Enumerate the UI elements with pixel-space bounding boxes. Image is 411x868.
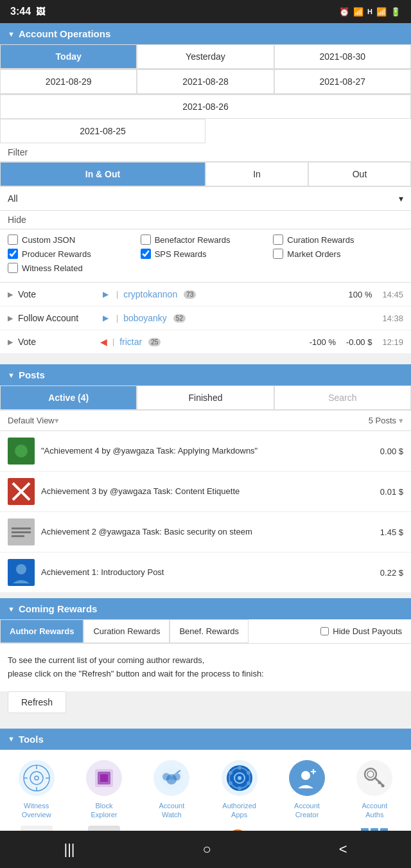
date-2021-08-26[interactable]: 2021-08-26 [0,94,411,119]
tool-account-watch[interactable]: Account Watch [141,760,203,820]
rewards-tabs: Author Rewards Curation Rewards Benef. R… [0,619,411,644]
checkbox-row-2: Producer Rewards SPS Rewards Market Orde… [8,249,403,259]
post-row-4[interactable]: Achievement 1: Introductory Post 0.22 $ [0,553,411,593]
rewards-tab-benefactor[interactable]: Benef. Rewards [170,619,249,643]
post-row-3[interactable]: Achievement 2 @yawgaza Task: Basic secur… [0,512,411,553]
post-value-1: 0.00 $ [380,447,403,456]
checkbox-benefactor-rewards[interactable]: Benefactor Rewards [141,235,271,245]
date-2021-08-27[interactable]: 2021-08-27 [274,69,411,94]
hide-dust-checkbox[interactable] [320,627,329,635]
date-grid-row3: 2021-08-26 2021-08-25 [0,94,411,143]
op-separator-3: | [112,337,114,346]
nav-back-button[interactable]: < [326,838,360,860]
rewards-tab-curation[interactable]: Curation Rewards [83,619,170,643]
date-2021-08-30[interactable]: 2021-08-30 [274,44,411,69]
checkbox-market-orders-label: Market Orders [287,249,340,259]
checkbox-producer-rewards-label: Producer Rewards [22,249,91,259]
tool-apps-icon [222,760,258,796]
tool-block-explorer[interactable]: Block Explorer [73,760,135,820]
date-2021-08-29[interactable]: 2021-08-29 [0,69,137,94]
svg-point-35 [229,781,232,785]
post-title-1: "Achievement 4 by @yawgaza Task: Applyin… [41,445,374,457]
account-operations-header: ▼ Account Operations [0,23,411,44]
post-thumb-2 [8,478,35,505]
nav-bar: ||| ○ < [0,831,411,868]
tool-creator-label: Account Creator [294,801,320,820]
checkbox-market-orders[interactable]: Market Orders [273,249,403,259]
alarm-icon: ⏰ [339,7,349,17]
signal-icon: 📶 [353,7,363,17]
tool-account-auths[interactable]: Account Auths [344,760,406,820]
checkbox-custom-json-input[interactable] [8,235,18,245]
filter-tab-in-out[interactable]: In & Out [0,162,206,186]
svg-point-32 [247,771,250,775]
posts-count-dropdown-icon[interactable]: ▾ [399,416,403,425]
op-play-icon-1: ▶ [103,290,109,299]
hide-dust-payouts-item[interactable]: Hide Dust Payouts [311,619,411,643]
tool-account-creator[interactable]: Account Creator [275,760,338,820]
post-title-4: Achievement 1: Introductory Post [41,567,374,578]
tool-watch-icon [153,760,189,796]
op-expand-arrow-icon-3[interactable]: ▶ [8,338,13,346]
filter-tab-in[interactable]: In [206,162,308,186]
checkbox-sps-rewards-input[interactable] [141,249,151,259]
coming-rewards-collapse-icon[interactable]: ▼ [8,605,15,613]
rewards-tab-author[interactable]: Author Rewards [0,619,83,643]
post-thumb-4 [8,559,35,586]
date-2021-08-28[interactable]: 2021-08-28 [137,69,274,94]
posts-tab-finished[interactable]: Finished [137,385,274,410]
op-user-frictar[interactable]: frictar [119,337,142,347]
view-dropdown-icon[interactable]: ▾ [55,416,59,425]
rewards-message: To see the current list of your coming a… [0,644,411,691]
checkbox-witness-related[interactable]: Witness Related [8,263,403,273]
posts-list: "Achievement 4 by @yawgaza Task: Applyin… [0,431,411,593]
tools-collapse-icon[interactable]: ▼ [8,735,15,743]
hide-dust-label: Hide Dust Payouts [333,626,402,636]
checkbox-witness-related-label: Witness Related [22,263,83,273]
tool-authorized-apps[interactable]: Authorized Apps [208,760,270,820]
op-row-follow: ▶ Follow Account ▶ | boboyanky 52 14:38 [0,306,411,330]
nav-home-button[interactable]: ○ [189,838,223,860]
op-expand-arrow-icon-2[interactable]: ▶ [8,314,13,323]
tool-auths-label: Account Auths [362,801,387,820]
post-title-3: Achievement 2 @yawgaza Task: Basic secur… [41,526,374,538]
nav-menu-button[interactable]: ||| [51,838,87,860]
tool-witness-label: Witness Overview [22,801,51,820]
tool-witness-overview[interactable]: Witness Overview [5,760,67,820]
posts-tab-search[interactable]: Search [274,385,411,410]
posts-collapse-icon[interactable]: ▼ [8,371,15,379]
op-expand-arrow-icon[interactable]: ▶ [8,290,13,299]
collapse-arrow-icon[interactable]: ▼ [8,30,15,38]
filter-label: Filter [0,143,411,162]
checkbox-curation-rewards-input[interactable] [273,235,283,245]
refresh-button[interactable]: Refresh [8,691,66,713]
checkbox-producer-rewards[interactable]: Producer Rewards [8,249,138,259]
op-type-follow: Follow Account [18,313,95,323]
checkbox-market-orders-input[interactable] [273,249,283,259]
checkbox-custom-json-label: Custom JSON [22,235,75,245]
posts-tab-active[interactable]: Active (4) [0,385,137,410]
checkbox-curation-rewards-label: Curation Rewards [287,235,354,245]
checkbox-producer-rewards-input[interactable] [8,249,18,259]
all-dropdown[interactable]: All ▾ [0,187,411,211]
checkbox-row-3: Witness Related [8,263,403,273]
status-time: 3:44 🖼 [10,6,45,17]
checkbox-witness-related-input[interactable] [8,263,18,273]
posts-view-select[interactable]: Default View [8,416,55,425]
op-user-boboyanky[interactable]: boboyanky [123,313,167,323]
op-row-vote-3: ▶ Vote ◀ | frictar 25 -100 % -0.00 $ 12:… [0,330,411,354]
date-2021-08-25[interactable]: 2021-08-25 [0,119,206,143]
checkbox-sps-rewards[interactable]: SPS Rewards [141,249,271,259]
filter-tab-out[interactable]: Out [308,162,411,186]
checkbox-benefactor-rewards-input[interactable] [141,235,151,245]
post-row-2[interactable]: Achievement 3 by @yawgaza Task: Content … [0,472,411,512]
date-yesterday[interactable]: Yesterday [137,44,274,69]
tools-row-1: Witness Overview Block Explorer [5,760,406,820]
checkbox-curation-rewards[interactable]: Curation Rewards [273,235,403,245]
op-user-cryptokannon[interactable]: cryptokannon [123,289,177,299]
op-neg-arrow-icon: ◀ [100,337,107,347]
date-today[interactable]: Today [0,44,137,69]
checkbox-custom-json[interactable]: Custom JSON [8,235,138,245]
post-row-1[interactable]: "Achievement 4 by @yawgaza Task: Applyin… [0,431,411,472]
svg-point-43 [367,771,374,777]
